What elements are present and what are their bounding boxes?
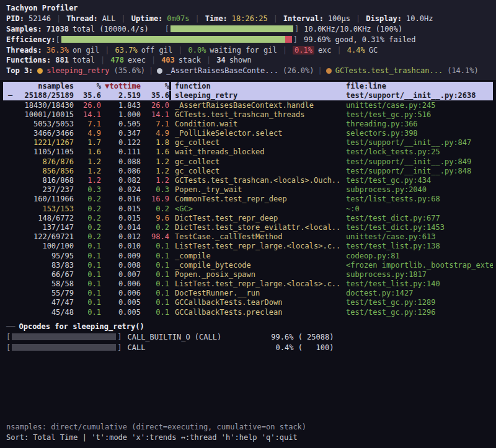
cumtime-pct-cell: 1.2 — [141, 157, 169, 166]
table-row[interactable]: 122/69721 0.2 0.012 98.4 TestCase._callT… — [3, 232, 493, 242]
threads-on-gil-value: 36.3% — [46, 46, 69, 55]
table-row[interactable]: 153/153 0.2 0.015 0.2 <GC> ~:0 — [3, 204, 493, 213]
top3-second-name[interactable]: _AssertRaisesBaseConte... — [166, 66, 278, 75]
function-cell: Popen._try_wait — [169, 185, 341, 194]
table-row[interactable]: 237/237 0.3 0.024 0.3 Popen._try_wait su… — [3, 185, 493, 195]
table-row[interactable]: 58/58 0.1 0.006 0.1 ListTest.test_repr_l… — [3, 279, 493, 289]
nsamples-cell: 100/100 — [3, 242, 74, 250]
table-row[interactable]: 100/100 0.1 0.010 0.1 ListTest.test_repr… — [3, 242, 493, 251]
uptime-value: 0m07s — [167, 14, 189, 23]
tottime-cell: 2.519 — [101, 91, 141, 100]
table-row[interactable]: 10001/10015 14.1 1.000 14.1 GCTests.test… — [3, 110, 493, 119]
opcodes-title-line: ── Opcodes for sleeping_retry() — [6, 321, 490, 332]
file-line-cell: threading.py:366 — [341, 120, 493, 128]
tottime-cell: 0.086 — [101, 167, 141, 175]
top3-first-pct: (35.6%) — [114, 66, 146, 75]
function-cell: ListTest.test_repr_large.<locals>.c... — [169, 279, 341, 288]
function-cell: gc_collect — [169, 138, 341, 147]
header-panel: Tachyon Profiler PID: 52146 | Thread: AL… — [0, 0, 496, 80]
table-row[interactable]: 47/47 0.1 0.005 0.1 GCCallbackTests.tear… — [3, 298, 493, 307]
col-header-cumtime-pct[interactable]: % — [141, 82, 169, 90]
top3-third-name[interactable]: GCTests.test_trashcan... — [335, 66, 443, 75]
table-row[interactable]: 5053/5053 7.1 0.505 7.1 Condition.wait t… — [3, 119, 493, 128]
table-row[interactable]: 25188/25189 35.6 2.519 35.6 sleeping_ret… — [3, 91, 493, 100]
cumtime-pct-cell: 35.6 — [141, 91, 169, 100]
samples-rate-text: 10.0KHz/10.0KHz (100%) — [304, 25, 402, 33]
tottime-pct-cell: 0.1 — [74, 298, 101, 307]
functions-exec-text: exec — [128, 56, 146, 64]
separator: | — [105, 46, 109, 55]
opcode-row: [ ] CALL 0.4% ( 100) — [6, 342, 490, 353]
table-row[interactable]: 137/147 0.2 0.014 0.2 DictTest.test_stor… — [3, 222, 493, 232]
file-line-cell: <frozen importlib._bootstrap_externa — [341, 261, 493, 270]
opcode-name: CALL — [127, 343, 260, 352]
nsamples-cell: 18430/18430 — [3, 101, 74, 110]
table-row[interactable]: 55/79 0.1 0.006 0.1 DocTestRunner.__run … — [3, 289, 493, 298]
tottime-pct-cell: 0.1 — [74, 270, 101, 279]
legend-line: nsamples: direct/cumulative (direct=exec… — [6, 422, 306, 433]
cumtime-pct-cell: 0.3 — [141, 185, 169, 194]
samples-count: 71038 — [46, 25, 69, 33]
threads-off-gil-value: 63.7% — [115, 46, 138, 55]
table-header-row[interactable]: nsamples % ▼tottime % function file:line — [3, 82, 493, 91]
table-row[interactable]: 816/868 1.2 0.082 1.2 GCTests.test_trash… — [3, 175, 493, 185]
table-row[interactable]: 856/856 1.2 0.086 1.2 gc_collect test/su… — [3, 166, 493, 175]
tottime-pct-cell: 0.1 — [74, 308, 101, 317]
tottime-pct-cell: 1.7 — [74, 138, 101, 147]
tottime-pct-cell: 35.6 — [74, 91, 101, 100]
opcode-frequency-bar — [12, 333, 116, 340]
table-row[interactable]: 148/6772 0.2 0.015 9.6 DictTest.test_rep… — [3, 213, 493, 222]
col-header-tottime-sorted[interactable]: ▼tottime — [101, 82, 141, 90]
display-value: 10.0Hz — [406, 14, 433, 23]
section-rule: ── — [6, 322, 15, 331]
function-cell: CommonTest.test_repr_deep — [169, 195, 341, 203]
table-row[interactable]: 95/95 0.1 0.009 0.1 _compile codeop.py:8… — [3, 251, 493, 260]
nsamples-cell: 95/95 — [3, 252, 74, 260]
cumtime-pct-cell: 9.6 — [141, 214, 169, 222]
tottime-pct-cell: 1.6 — [74, 147, 101, 156]
threads-line: Threads: 36.3% on gil | 63.7% off gil | … — [6, 45, 490, 55]
opcode-frequency-bar — [12, 344, 116, 351]
nsamples-cell: 10001/10015 — [3, 110, 74, 119]
table-row[interactable]: 18430/18430 26.0 1.843 26.0 _AssertRaise… — [3, 100, 493, 110]
file-line-cell: test/list_tests.py:68 — [341, 195, 493, 203]
thread-value[interactable]: ALL — [102, 14, 116, 23]
table-row[interactable]: 3466/3466 4.9 0.347 4.9 _PollLikeSelecto… — [3, 129, 493, 138]
table-row[interactable]: 45/48 0.1 0.005 0.1 GCCallbackTests.prec… — [3, 307, 493, 317]
table-row[interactable]: 83/83 0.1 0.008 0.1 _compile_bytecode <f… — [3, 260, 493, 270]
tottime-cell: 0.347 — [101, 129, 141, 138]
table-row[interactable]: 160/11966 0.2 0.016 16.9 CommonTest.test… — [3, 195, 493, 204]
file-line-cell: test/lock_tests.py:25 — [341, 147, 493, 156]
samples-label: Samples: — [6, 25, 42, 33]
keybindings-line: Sort: Total Time | 't':mode 'x':trends ↔… — [6, 433, 306, 443]
col-header-tottime-pct[interactable]: % — [74, 82, 101, 90]
cumtime-pct-cell: 0.1 — [141, 261, 169, 270]
threads-exc-text: exc — [318, 46, 332, 55]
tottime-cell: 0.016 — [101, 195, 141, 203]
table-row[interactable]: 1105/1105 1.6 0.111 1.6 wait_threads_blo… — [3, 147, 493, 157]
function-cell: DictTest.test_repr_deep — [169, 214, 341, 222]
table-row[interactable]: 66/67 0.1 0.007 0.1 Popen._posix_spawn s… — [3, 270, 493, 279]
table-row[interactable]: 1221/1267 1.7 0.122 1.8 gc_collect test/… — [3, 138, 493, 147]
samples-line: Samples: 71038 total (10000.4/s) [ ] 10.… — [6, 24, 490, 35]
separator: | — [195, 14, 199, 23]
tottime-cell: 1.000 — [101, 110, 141, 119]
separator: | — [283, 46, 287, 55]
col-header-file-line[interactable]: file:line — [341, 82, 493, 90]
opcode-row: [ ] CALL_BUILTIN_O (CALL) 99.6% ( 25088) — [6, 332, 490, 342]
function-cell: GCCallbackTests.preclean — [169, 308, 341, 317]
col-header-nsamples[interactable]: nsamples — [3, 82, 74, 90]
function-cell: gc_collect — [169, 167, 341, 175]
function-cell: DocTestRunner.__run — [169, 289, 341, 297]
opcode-stat: 0.4% ( 100) — [260, 343, 334, 352]
tottime-pct-cell: 14.1 — [74, 110, 101, 119]
table-row[interactable]: 876/876 1.2 0.088 1.2 gc_collect test/su… — [3, 157, 493, 166]
top3-first-name[interactable]: sleeping_retry — [46, 66, 109, 75]
function-cell: _AssertRaisesBaseContext.handle — [169, 101, 341, 110]
col-header-function[interactable]: function — [169, 82, 341, 90]
file-line-cell: test/test_list.py:138 — [341, 242, 493, 250]
nsamples-cell: 876/876 — [3, 157, 74, 166]
nsamples-cell: 1221/1267 — [3, 138, 74, 147]
bar-close-bracket: ] — [117, 343, 122, 352]
display-label: Display: — [366, 14, 402, 23]
